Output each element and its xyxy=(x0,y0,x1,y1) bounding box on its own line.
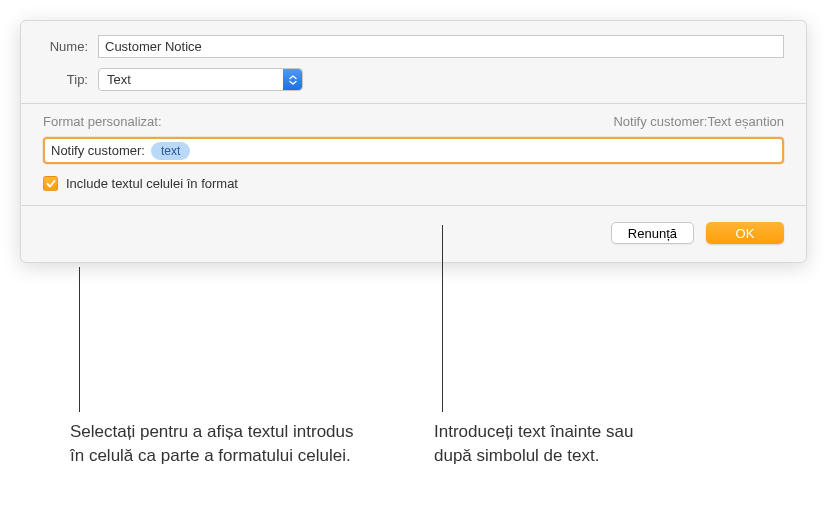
dialog-mid-section: Format personalizat: Notify customer:Tex… xyxy=(21,104,806,205)
format-preview: Notify customer:Text eșantion xyxy=(613,114,784,129)
format-token-label: text xyxy=(161,144,180,158)
format-field[interactable]: Notify customer: text xyxy=(43,137,784,164)
include-text-row: Include textul celulei în format xyxy=(43,176,784,191)
callout-line xyxy=(442,225,443,412)
type-label: Tip: xyxy=(43,72,98,87)
format-header: Format personalizat: Notify customer:Tex… xyxy=(43,114,784,129)
type-select[interactable]: Text xyxy=(98,68,303,91)
format-text-token[interactable]: text xyxy=(151,142,190,160)
cancel-button[interactable]: Renunță xyxy=(611,222,694,244)
ok-button[interactable]: OK xyxy=(706,222,784,244)
custom-format-label: Format personalizat: xyxy=(43,114,162,129)
name-label: Nume: xyxy=(43,39,98,54)
custom-format-dialog: Nume: Tip: Text Format personalizat: Not… xyxy=(20,20,807,263)
include-text-label: Include textul celulei în format xyxy=(66,176,238,191)
callout-line xyxy=(79,267,80,412)
format-prefix-text: Notify customer: xyxy=(51,143,145,158)
dialog-top-section: Nume: Tip: Text xyxy=(21,21,806,103)
name-row: Nume: xyxy=(43,35,784,58)
include-text-checkbox[interactable] xyxy=(43,176,58,191)
check-icon xyxy=(46,179,56,189)
type-row: Tip: Text xyxy=(43,68,784,91)
select-arrows-icon xyxy=(283,69,302,90)
callout-right: Introduceți text înainte sau după simbol… xyxy=(434,420,654,468)
callout-left: Selectați pentru a afișa textul introdus… xyxy=(70,420,360,468)
name-input[interactable] xyxy=(98,35,784,58)
type-select-value: Text xyxy=(107,72,131,87)
dialog-bottom-section: Renunță OK xyxy=(21,206,806,262)
